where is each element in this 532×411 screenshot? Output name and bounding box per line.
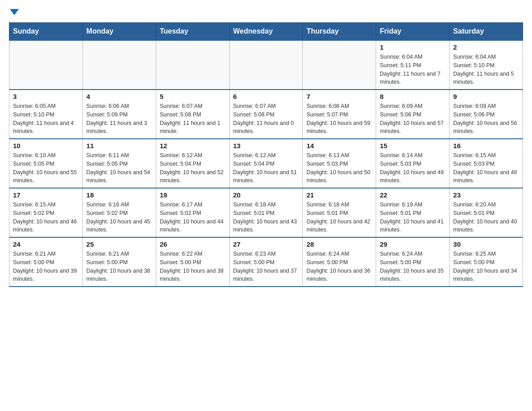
day-number: 24: [13, 240, 79, 248]
table-row: 19Sunrise: 6:17 AMSunset: 5:02 PMDayligh…: [156, 188, 229, 237]
day-info: Sunrise: 6:10 AMSunset: 5:05 PMDaylight:…: [13, 151, 79, 185]
day-info: Sunrise: 6:18 AMSunset: 5:01 PMDaylight:…: [233, 201, 299, 234]
table-row: 1Sunrise: 6:04 AMSunset: 5:11 PMDaylight…: [376, 40, 450, 90]
day-info: Sunrise: 6:04 AMSunset: 5:10 PMDaylight:…: [453, 53, 519, 86]
table-row: 30Sunrise: 6:25 AMSunset: 5:00 PMDayligh…: [450, 237, 523, 287]
table-row: 5Sunrise: 6:07 AMSunset: 5:08 PMDaylight…: [156, 90, 229, 139]
col-friday: Friday: [376, 23, 450, 41]
table-row: 6Sunrise: 6:07 AMSunset: 5:08 PMDaylight…: [229, 90, 303, 139]
col-monday: Monday: [82, 23, 156, 41]
table-row: [156, 40, 229, 90]
day-number: 19: [160, 191, 226, 199]
day-info: Sunrise: 6:21 AMSunset: 5:00 PMDaylight:…: [13, 250, 79, 283]
table-row: 18Sunrise: 6:16 AMSunset: 5:02 PMDayligh…: [82, 188, 156, 237]
table-row: 3Sunrise: 6:05 AMSunset: 5:10 PMDaylight…: [9, 90, 83, 139]
day-info: Sunrise: 6:07 AMSunset: 5:08 PMDaylight:…: [233, 102, 299, 136]
table-row: 26Sunrise: 6:22 AMSunset: 5:00 PMDayligh…: [156, 237, 229, 287]
table-row: 12Sunrise: 6:12 AMSunset: 5:04 PMDayligh…: [156, 139, 229, 188]
day-info: Sunrise: 6:18 AMSunset: 5:01 PMDaylight:…: [306, 201, 372, 234]
table-row: 15Sunrise: 6:14 AMSunset: 5:03 PMDayligh…: [376, 139, 450, 188]
day-number: 6: [233, 93, 299, 100]
col-thursday: Thursday: [303, 23, 376, 41]
table-row: 8Sunrise: 6:09 AMSunset: 5:06 PMDaylight…: [376, 90, 450, 139]
day-info: Sunrise: 6:21 AMSunset: 5:00 PMDaylight:…: [86, 250, 152, 283]
calendar-week-row: 3Sunrise: 6:05 AMSunset: 5:10 PMDaylight…: [9, 90, 523, 139]
col-tuesday: Tuesday: [156, 23, 229, 41]
day-number: 12: [160, 142, 226, 150]
table-row: 27Sunrise: 6:23 AMSunset: 5:00 PMDayligh…: [229, 237, 303, 287]
day-info: Sunrise: 6:25 AMSunset: 5:00 PMDaylight:…: [453, 250, 519, 283]
day-number: 30: [453, 240, 519, 248]
table-row: 2Sunrise: 6:04 AMSunset: 5:10 PMDaylight…: [450, 40, 523, 90]
day-info: Sunrise: 6:20 AMSunset: 5:01 PMDaylight:…: [453, 201, 519, 234]
table-row: 16Sunrise: 6:15 AMSunset: 5:03 PMDayligh…: [450, 139, 523, 188]
day-number: 10: [13, 142, 79, 150]
day-info: Sunrise: 6:11 AMSunset: 5:05 PMDaylight:…: [86, 151, 152, 185]
day-info: Sunrise: 6:14 AMSunset: 5:03 PMDaylight:…: [380, 151, 446, 185]
day-info: Sunrise: 6:04 AMSunset: 5:11 PMDaylight:…: [380, 53, 446, 86]
day-info: Sunrise: 6:12 AMSunset: 5:04 PMDaylight:…: [233, 151, 299, 185]
day-info: Sunrise: 6:13 AMSunset: 5:03 PMDaylight:…: [306, 151, 372, 185]
table-row: [9, 40, 83, 90]
table-row: 22Sunrise: 6:19 AMSunset: 5:01 PMDayligh…: [376, 188, 450, 237]
day-info: Sunrise: 6:22 AMSunset: 5:00 PMDaylight:…: [160, 250, 226, 283]
day-number: 13: [233, 142, 299, 150]
day-number: 16: [453, 142, 519, 150]
day-number: 3: [13, 93, 79, 100]
calendar-header-row: Sunday Monday Tuesday Wednesday Thursday…: [9, 23, 523, 41]
day-number: 22: [380, 191, 446, 199]
page-header: [9, 9, 523, 15]
day-info: Sunrise: 6:23 AMSunset: 5:00 PMDaylight:…: [233, 250, 299, 283]
col-sunday: Sunday: [9, 23, 83, 41]
day-number: 25: [86, 240, 152, 248]
day-info: Sunrise: 6:16 AMSunset: 5:02 PMDaylight:…: [86, 201, 152, 234]
table-row: 23Sunrise: 6:20 AMSunset: 5:01 PMDayligh…: [450, 188, 523, 237]
day-info: Sunrise: 6:07 AMSunset: 5:08 PMDaylight:…: [160, 102, 226, 136]
day-number: 23: [453, 191, 519, 199]
table-row: 7Sunrise: 6:08 AMSunset: 5:07 PMDaylight…: [303, 90, 376, 139]
day-number: 28: [306, 240, 372, 248]
day-number: 2: [453, 43, 519, 51]
table-row: 9Sunrise: 6:09 AMSunset: 5:06 PMDaylight…: [450, 90, 523, 139]
day-number: 8: [380, 93, 446, 100]
table-row: [229, 40, 303, 90]
day-number: 17: [13, 191, 79, 199]
day-number: 5: [160, 93, 226, 100]
calendar-week-row: 17Sunrise: 6:15 AMSunset: 5:02 PMDayligh…: [9, 188, 523, 237]
table-row: 29Sunrise: 6:24 AMSunset: 5:00 PMDayligh…: [376, 237, 450, 287]
table-row: 20Sunrise: 6:18 AMSunset: 5:01 PMDayligh…: [229, 188, 303, 237]
day-info: Sunrise: 6:15 AMSunset: 5:03 PMDaylight:…: [453, 151, 519, 185]
day-number: 27: [233, 240, 299, 248]
table-row: 4Sunrise: 6:06 AMSunset: 5:09 PMDaylight…: [82, 90, 156, 139]
day-number: 11: [86, 142, 152, 150]
day-number: 18: [86, 191, 152, 199]
day-info: Sunrise: 6:24 AMSunset: 5:00 PMDaylight:…: [380, 250, 446, 283]
table-row: 10Sunrise: 6:10 AMSunset: 5:05 PMDayligh…: [9, 139, 83, 188]
col-wednesday: Wednesday: [229, 23, 303, 41]
day-number: 9: [453, 93, 519, 100]
table-row: 14Sunrise: 6:13 AMSunset: 5:03 PMDayligh…: [303, 139, 376, 188]
logo-triangle-icon: [10, 9, 19, 15]
day-info: Sunrise: 6:09 AMSunset: 5:06 PMDaylight:…: [380, 102, 446, 136]
table-row: 21Sunrise: 6:18 AMSunset: 5:01 PMDayligh…: [303, 188, 376, 237]
day-info: Sunrise: 6:12 AMSunset: 5:04 PMDaylight:…: [160, 151, 226, 185]
day-info: Sunrise: 6:24 AMSunset: 5:00 PMDaylight:…: [306, 250, 372, 283]
day-number: 26: [160, 240, 226, 248]
day-info: Sunrise: 6:15 AMSunset: 5:02 PMDaylight:…: [13, 201, 79, 234]
table-row: 24Sunrise: 6:21 AMSunset: 5:00 PMDayligh…: [9, 237, 83, 287]
day-info: Sunrise: 6:06 AMSunset: 5:09 PMDaylight:…: [86, 102, 152, 136]
day-info: Sunrise: 6:05 AMSunset: 5:10 PMDaylight:…: [13, 102, 79, 136]
day-number: 1: [380, 43, 446, 51]
calendar-week-row: 1Sunrise: 6:04 AMSunset: 5:11 PMDaylight…: [9, 40, 523, 90]
calendar-table: Sunday Monday Tuesday Wednesday Thursday…: [9, 22, 523, 287]
table-row: 17Sunrise: 6:15 AMSunset: 5:02 PMDayligh…: [9, 188, 83, 237]
table-row: 13Sunrise: 6:12 AMSunset: 5:04 PMDayligh…: [229, 139, 303, 188]
day-number: 14: [306, 142, 372, 150]
day-info: Sunrise: 6:19 AMSunset: 5:01 PMDaylight:…: [380, 201, 446, 234]
col-saturday: Saturday: [450, 23, 523, 41]
calendar-week-row: 24Sunrise: 6:21 AMSunset: 5:00 PMDayligh…: [9, 237, 523, 287]
table-row: [303, 40, 376, 90]
logo: [9, 9, 19, 15]
day-info: Sunrise: 6:09 AMSunset: 5:06 PMDaylight:…: [453, 102, 519, 136]
day-info: Sunrise: 6:08 AMSunset: 5:07 PMDaylight:…: [306, 102, 372, 136]
